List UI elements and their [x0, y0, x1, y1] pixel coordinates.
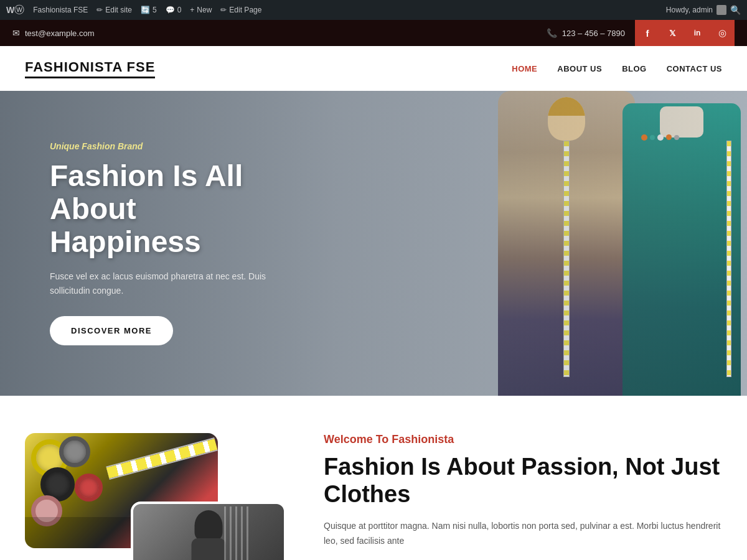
- updates-count: 5: [153, 6, 157, 14]
- edit-page-item[interactable]: ✏ Edit Page: [220, 6, 261, 14]
- new-icon: +: [190, 6, 194, 14]
- linkedin-icon: in: [694, 29, 701, 37]
- about-images: [25, 433, 286, 558]
- phone-info: 📞 123 – 456 – 7890: [547, 28, 625, 38]
- email-icon: [12, 28, 20, 38]
- email-info: test@example.com: [12, 28, 94, 38]
- wp-admin-bar: ⓦ Fashionista FSE Edit site 🔄 5 💬 0 + Ne…: [0, 0, 747, 20]
- top-info-bar: test@example.com 📞 123 – 456 – 7890 f 𝕏 …: [0, 20, 747, 46]
- instagram-button[interactable]: ◎: [710, 20, 735, 46]
- fence: [222, 504, 284, 560]
- about-description: Quisque at porttitor magna. Nam nisi nul…: [324, 519, 722, 549]
- howdy-text: Howdy, admin: [666, 6, 713, 14]
- edit-site-item[interactable]: Edit site: [96, 6, 132, 14]
- edit-page-icon: ✏: [220, 6, 227, 14]
- admin-avatar: [716, 5, 726, 15]
- nav-home[interactable]: HOME: [512, 64, 537, 73]
- about-tag: Welcome To Fashionista: [324, 433, 722, 446]
- instagram-icon: ◎: [718, 27, 726, 39]
- person-body: [192, 538, 226, 560]
- email-address: test@example.com: [25, 29, 94, 38]
- edit-icon: [96, 6, 103, 14]
- comments-count: 0: [177, 6, 182, 14]
- about-image-2: [131, 502, 286, 560]
- tape-measure-horizontal: [106, 437, 218, 480]
- new-item[interactable]: + New: [190, 6, 212, 14]
- twitter-button[interactable]: 𝕏: [660, 20, 685, 46]
- linkedin-button[interactable]: in: [685, 20, 710, 46]
- about-text: Welcome To Fashionista Fashion Is About …: [324, 433, 722, 549]
- nav-contact[interactable]: CONTACT US: [667, 64, 722, 73]
- wp-logo-item[interactable]: ⓦ: [6, 4, 24, 17]
- new-label: New: [197, 6, 212, 14]
- site-logo[interactable]: FASHIONISTA FSE: [25, 59, 155, 78]
- comments-icon: 💬: [166, 6, 175, 14]
- facebook-icon: f: [646, 28, 649, 39]
- hero-section: Unique Fashion Brand Fashion Is All Abou…: [0, 91, 747, 396]
- social-icons: f 𝕏 in ◎: [635, 20, 735, 46]
- discover-more-button[interactable]: DISCOVER MORE: [50, 316, 173, 345]
- edit-page-label: Edit Page: [229, 6, 261, 14]
- updates-item[interactable]: 🔄 5: [141, 6, 157, 14]
- site-nav: HOME ABOUT US BLOG CONTACT US: [512, 64, 722, 73]
- facebook-button[interactable]: f: [635, 20, 660, 46]
- site-name-item[interactable]: Fashionista FSE: [33, 6, 88, 14]
- hero-description: Fusce vel ex ac lacus euismod pharetra a…: [50, 269, 274, 297]
- comments-item[interactable]: 💬 0: [166, 6, 182, 14]
- phone-icon: 📞: [547, 28, 557, 38]
- twitter-icon: 𝕏: [669, 29, 675, 38]
- nav-blog[interactable]: BLOG: [622, 64, 647, 73]
- howdy-bar: Howdy, admin 🔍: [666, 5, 741, 15]
- spool-4: [75, 474, 103, 502]
- about-section: Welcome To Fashionista Fashion Is About …: [0, 396, 747, 560]
- spool-2: [59, 436, 90, 467]
- updates-icon: 🔄: [141, 6, 150, 14]
- hero-tag: Unique Fashion Brand: [50, 141, 274, 151]
- wordpress-icon: ⓦ: [6, 4, 24, 17]
- edit-site-label: Edit site: [105, 6, 132, 14]
- nav-about[interactable]: ABOUT US: [557, 64, 602, 73]
- about-title: Fashion Is About Passion, Not Just Cloth…: [324, 454, 722, 508]
- hero-title: Fashion Is All About Happiness: [50, 160, 274, 258]
- site-name-label: Fashionista FSE: [33, 6, 88, 14]
- phone-number: 123 – 456 – 7890: [562, 29, 625, 38]
- person-head: [195, 510, 223, 541]
- site-header: FASHIONISTA FSE HOME ABOUT US BLOG CONTA…: [0, 46, 747, 91]
- hero-content: Unique Fashion Brand Fashion Is All Abou…: [0, 141, 324, 345]
- search-icon[interactable]: 🔍: [730, 5, 741, 15]
